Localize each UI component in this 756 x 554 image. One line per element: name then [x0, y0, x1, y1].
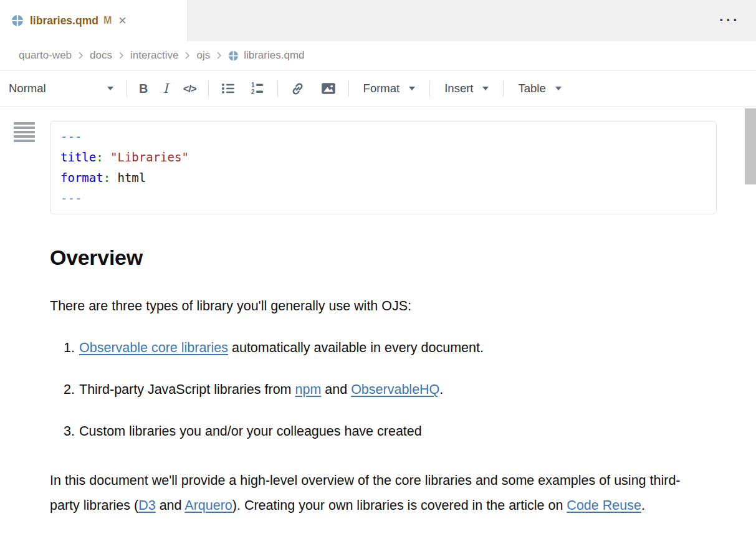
list-item: 2. Third-party JavaScript libraries from… — [50, 381, 756, 398]
paragraph-style-select[interactable]: Normal — [9, 82, 113, 95]
svg-text:2: 2 — [251, 88, 255, 95]
vertical-scrollbar-thumb[interactable] — [745, 108, 756, 184]
paragraph-style-value: Normal — [9, 82, 46, 95]
chevron-right-icon — [118, 51, 125, 60]
link-button[interactable] — [282, 76, 313, 101]
yaml-format-line: format:html — [60, 168, 706, 188]
svg-text:1: 1 — [251, 82, 255, 88]
bullet-list-button[interactable] — [213, 76, 243, 101]
list-item-number: 3. — [50, 423, 79, 440]
image-button[interactable] — [313, 76, 344, 101]
closing-paragraph: In this document we'll provide a high-le… — [50, 468, 682, 518]
list-item-text: Third-party JavaScript libraries from np… — [79, 381, 443, 398]
chevron-right-icon — [77, 51, 84, 60]
breadcrumb-item-ojs[interactable]: ojs — [196, 49, 210, 62]
table-menu[interactable]: Table — [508, 82, 571, 95]
italic-button[interactable]: I — [155, 76, 175, 101]
bold-button[interactable]: B — [132, 76, 155, 101]
list-item-text: Observable core libraries automatically … — [79, 340, 484, 356]
yaml-delimiter: --- — [60, 127, 706, 147]
link-d3[interactable]: D3 — [138, 498, 155, 513]
link-observable-core-libraries[interactable]: Observable core libraries — [79, 340, 228, 355]
ordered-list-button[interactable]: 1 2 — [243, 76, 273, 101]
tab-libraries-qmd[interactable]: libraries.qmd M ✕ — [0, 0, 188, 41]
toolbar-divider — [127, 80, 127, 97]
link-npm[interactable]: npm — [295, 382, 321, 397]
more-actions-icon[interactable]: ··· — [719, 11, 740, 29]
list-item: 1. Observable core libraries automatical… — [50, 340, 756, 356]
quarto-icon — [228, 50, 239, 61]
breadcrumb-file-name[interactable]: libraries.qmd — [244, 49, 304, 62]
ordered-list: 1. Observable core libraries automatical… — [50, 340, 756, 440]
block-drag-handle-icon[interactable] — [14, 122, 35, 144]
page-title: Overview — [50, 245, 756, 270]
format-menu[interactable]: Format — [353, 82, 426, 95]
image-icon — [320, 80, 337, 97]
breadcrumb-item-quarto-web[interactable]: quarto-web — [19, 49, 72, 62]
toolbar-divider — [277, 80, 278, 97]
list-item-number: 2. — [50, 381, 79, 398]
breadcrumb-item-interactive[interactable]: interactive — [130, 49, 178, 62]
insert-menu[interactable]: Insert — [434, 82, 499, 95]
yaml-title-line: title:"Libraries" — [60, 147, 706, 168]
insert-menu-label: Insert — [444, 82, 473, 95]
list-item: 3. Custom libraries you and/or your coll… — [50, 423, 756, 440]
link-arquero[interactable]: Arquero — [184, 498, 232, 513]
yaml-delimiter: --- — [60, 188, 706, 209]
format-menu-label: Format — [363, 82, 400, 95]
toolbar-divider — [208, 80, 209, 97]
intro-paragraph: There are three types of library you'll … — [50, 298, 756, 315]
quarto-icon — [11, 14, 24, 27]
modified-badge: M — [103, 15, 112, 26]
breadcrumb: quarto-web docs interactive ojs librarie… — [0, 41, 756, 70]
chevron-right-icon — [184, 51, 191, 60]
tab-file-name: libraries.qmd — [30, 14, 98, 27]
table-menu-label: Table — [518, 82, 545, 95]
list-item-text: Custom libraries you and/or your colleag… — [79, 423, 422, 440]
bullet-list-icon — [221, 81, 236, 96]
editor-toolbar: Normal B I </> 1 2 — [0, 70, 756, 107]
list-item-number: 1. — [50, 340, 79, 356]
toolbar-divider — [503, 80, 504, 97]
link-observablehq[interactable]: ObservableHQ — [351, 382, 439, 397]
breadcrumb-item-docs[interactable]: docs — [90, 49, 112, 62]
chevron-down-icon — [482, 87, 489, 90]
ordered-list-icon: 1 2 — [251, 81, 266, 96]
chevron-right-icon — [216, 51, 222, 60]
link-code-reuse[interactable]: Code Reuse — [567, 498, 641, 513]
toolbar-divider — [348, 80, 349, 97]
chevron-down-icon — [107, 87, 113, 90]
yaml-front-matter-block[interactable]: --- title:"Libraries" format:html --- — [50, 121, 717, 214]
visual-editor-canvas[interactable]: --- title:"Libraries" format:html --- Ov… — [0, 107, 756, 554]
inline-code-button[interactable]: </> — [176, 76, 204, 101]
close-icon[interactable]: ✕ — [118, 16, 127, 26]
chevron-down-icon — [555, 87, 562, 90]
tab-bar: libraries.qmd M ✕ ··· — [0, 0, 756, 41]
link-icon — [290, 81, 305, 97]
toolbar-divider — [429, 80, 430, 97]
chevron-down-icon — [409, 87, 415, 90]
